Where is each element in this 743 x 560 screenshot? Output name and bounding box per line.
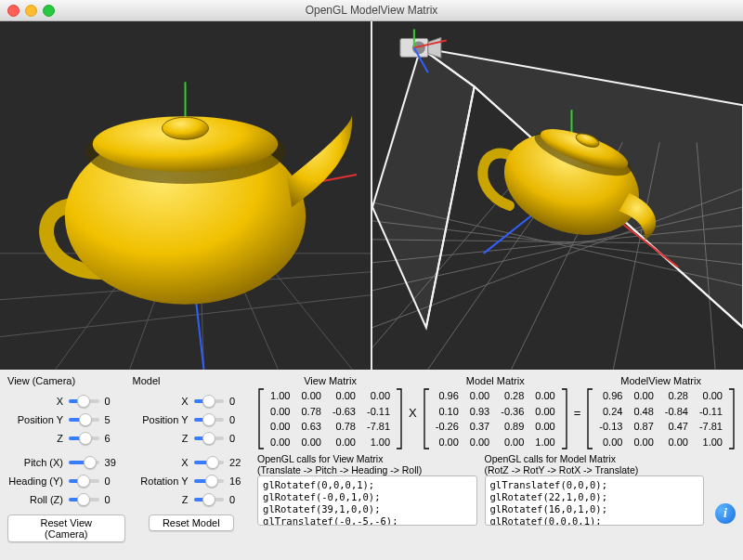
slider-value: 16 [229, 475, 250, 487]
slider-row: Heading (Y)0 [7, 472, 125, 490]
matrix-cell: 0.00 [529, 419, 560, 435]
matrix-cell: 0.00 [659, 435, 694, 450]
matrix-cell: 1.00 [361, 435, 396, 450]
matrices-area: View Matrix1.000.000.000.000.000.78-0.63… [257, 375, 736, 553]
slider-track[interactable] [69, 461, 99, 464]
slider-list: X0Position Y0Z0X22Rotation Y16Z0 [133, 392, 251, 509]
slider-value: 0 [229, 494, 250, 505]
slider-row: Pitch (X)39 [7, 453, 125, 472]
info-button[interactable]: i [715, 503, 736, 524]
matrix-cell: 0.48 [628, 404, 658, 420]
reset-view-button[interactable]: Reset View (Camera) [7, 514, 125, 542]
slider-row: Rotation Y16 [133, 472, 251, 490]
slider-track[interactable] [194, 399, 225, 403]
slider-track[interactable] [69, 498, 99, 501]
slider-label: Roll (Z) [7, 494, 69, 505]
code-line: glRotatef(16,0,1,0); [490, 503, 698, 515]
matrix-cell: 0.24 [593, 404, 628, 420]
slider-label: Z [133, 433, 194, 444]
slider-row: Z6 [7, 429, 125, 448]
viewports [0, 21, 743, 370]
matrix-cell: 0.37 [464, 419, 495, 435]
matrix-cell: -0.36 [495, 404, 529, 420]
slider-track[interactable] [194, 498, 225, 501]
code-line: glTranslatef(0,0,0); [490, 479, 698, 491]
reset-model-button[interactable]: Reset Model [149, 514, 234, 531]
matrix-cell: 0.00 [327, 435, 361, 450]
matrix-table: 0.960.000.280.000.240.48-0.84-0.11-0.130… [593, 388, 728, 449]
multiply-operator: X [407, 406, 419, 420]
matrix-cell: -0.11 [361, 404, 396, 420]
code-line: glTranslatef(-0,-5,-6); [263, 515, 471, 526]
slider-value: 39 [105, 457, 125, 468]
slider-track[interactable] [194, 461, 225, 464]
matrix-cell: 0.00 [265, 404, 295, 420]
slider-track[interactable] [69, 399, 99, 403]
model-matrix: Model Matrix0.960.000.280.000.100.93-0.3… [423, 375, 568, 449]
calls-code[interactable]: glTranslatef(0,0,0);glRotatef(22,1,0,0);… [485, 475, 704, 526]
slider-row: Position Y5 [7, 410, 125, 429]
slider-row: Z0 [133, 429, 251, 448]
code-line: glRotatef(39,1,0,0); [263, 503, 471, 515]
matrix-title: View Matrix [304, 375, 357, 386]
slider-value: 0 [105, 494, 125, 505]
slider-label: Z [7, 433, 69, 444]
matrix-cell: 0.89 [495, 419, 529, 435]
slider-value: 0 [229, 414, 250, 425]
slider-row: Roll (Z)0 [7, 490, 125, 509]
matrix-cell: 0.00 [265, 419, 295, 435]
matrix-cell: -0.13 [593, 419, 628, 435]
slider-track[interactable] [194, 479, 225, 483]
titlebar: OpenGL ModelView Matrix [0, 0, 743, 21]
matrix-cell: 0.63 [295, 419, 326, 435]
slider-row: X22 [133, 453, 251, 472]
slider-track[interactable] [69, 436, 99, 440]
matrix-cell: 0.00 [265, 435, 295, 450]
group-title: View (Camera) [7, 375, 125, 386]
slider-track[interactable] [194, 418, 225, 422]
matrix-cell: 1.00 [265, 388, 295, 404]
slider-track[interactable] [69, 479, 99, 483]
matrix-cell: -0.84 [659, 404, 694, 420]
slider-value: 6 [105, 433, 125, 444]
slider-track[interactable] [194, 436, 225, 440]
slider-label: Heading (Y) [7, 475, 69, 487]
view-camera-group: View (Camera) X0Position Y5Z6Pitch (X)39… [7, 375, 125, 553]
matrix-cell: -7.81 [694, 419, 728, 435]
slider-value: 0 [229, 433, 250, 444]
modelview-matrix: ModelView Matrix0.960.000.280.000.240.48… [586, 375, 736, 449]
bracket-left-icon [257, 388, 265, 449]
matrix-cell: 0.87 [628, 419, 658, 435]
matrix-title: ModelView Matrix [620, 375, 701, 386]
slider-label: Position Y [133, 414, 194, 425]
code-line: glRotatef(22,1,0,0); [490, 491, 698, 503]
viewport-camera[interactable] [0, 21, 371, 370]
slider-label: Rotation Y [133, 475, 194, 487]
slider-label: Z [133, 494, 194, 505]
slider-value: 0 [105, 396, 125, 407]
view-matrix: View Matrix1.000.000.000.000.000.78-0.63… [257, 375, 403, 449]
matrix-cell: 0.96 [593, 388, 628, 404]
calls-code[interactable]: glRotatef(0,0,0,1);glRotatef(-0,0,1,0);g… [257, 475, 476, 526]
slider-label: Position Y [7, 414, 69, 425]
slider-label: X [7, 396, 69, 407]
slider-track[interactable] [69, 418, 99, 422]
svg-point-15 [163, 117, 209, 139]
control-panel: View (Camera) X0Position Y5Z6Pitch (X)39… [0, 370, 743, 560]
bracket-left-icon [586, 388, 593, 449]
window-title: OpenGL ModelView Matrix [0, 4, 743, 17]
matrix-cell: 0.93 [464, 404, 495, 420]
viewport-world[interactable] [371, 21, 743, 370]
matrix-cell: 0.00 [495, 435, 529, 450]
code-line: glRotatef(0,0,0,1); [490, 515, 698, 526]
matrix-cell: 0.28 [659, 388, 694, 404]
matrix-cell: 0.00 [327, 388, 361, 404]
matrix-cell: 0.00 [361, 388, 396, 404]
matrix-cell: 0.00 [694, 388, 728, 404]
matrix-cell: 0.00 [529, 388, 560, 404]
slider-value: 22 [229, 457, 250, 468]
bracket-right-icon [561, 388, 568, 449]
matrix-cell: 0.10 [430, 404, 464, 420]
matrix-table: 0.960.000.280.000.100.93-0.360.00-0.260.… [430, 388, 561, 449]
matrix-cell: 1.00 [694, 435, 728, 450]
